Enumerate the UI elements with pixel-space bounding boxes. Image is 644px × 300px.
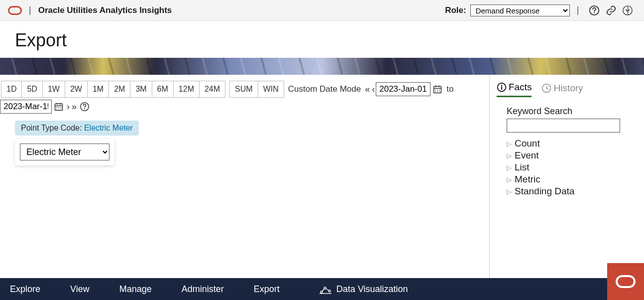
date-prev-fast-icon[interactable]: « xyxy=(364,84,371,95)
date-prev-icon[interactable]: ‹ xyxy=(371,84,376,95)
svg-point-13 xyxy=(439,91,440,92)
chevron-right-icon: ▷ xyxy=(507,188,512,195)
range-1w-button[interactable]: 1W xyxy=(42,81,65,98)
agg-win-button[interactable]: WIN xyxy=(258,81,284,98)
svg-point-8 xyxy=(435,90,436,91)
range-12m-button[interactable]: 12M xyxy=(173,81,200,98)
nav-manage[interactable]: Manage xyxy=(119,284,152,295)
svg-point-22 xyxy=(58,109,59,110)
separator: | xyxy=(577,5,579,15)
range-6m-button[interactable]: 6M xyxy=(152,81,174,98)
oracle-assistant-button[interactable] xyxy=(607,263,644,300)
range-1d-button[interactable]: 1D xyxy=(1,81,22,98)
separator: | xyxy=(29,5,31,15)
chevron-right-icon: ▷ xyxy=(507,140,512,148)
data-viz-icon xyxy=(320,284,331,294)
date-range-toolbar: 1D 5D 1W 2W 1M 2M 3M 6M 12M 24M SUM WIN … xyxy=(0,75,489,118)
bottom-nav: Explore View Manage Administer Export Da… xyxy=(0,278,644,300)
main-panel: 1D 5D 1W 2W 1M 2M 3M 6M 12M 24M SUM WIN … xyxy=(0,75,490,280)
calendar-from-icon[interactable] xyxy=(432,84,442,94)
filter-chip[interactable]: Point Type Code: Electric Meter xyxy=(15,121,139,136)
date-help-icon[interactable] xyxy=(80,102,90,112)
chevron-right-icon: ▷ xyxy=(507,176,512,183)
date-next-fast-icon[interactable]: » xyxy=(71,102,78,112)
role-select[interactable]: Demand Response xyxy=(470,4,570,16)
filter-dropdown-card: Electric Meter xyxy=(15,139,114,165)
svg-line-34 xyxy=(325,289,328,291)
tree-item-standing-data[interactable]: ▷Standing Data xyxy=(507,185,635,197)
filter-chip-value: Electric Meter xyxy=(84,124,133,132)
tab-facts[interactable]: Facts xyxy=(497,82,532,97)
date-from-input[interactable] xyxy=(376,82,430,96)
filter-chip-label: Point Type Code: xyxy=(21,124,82,132)
svg-rect-0 xyxy=(9,6,21,14)
tree-item-list[interactable]: ▷List xyxy=(507,161,635,173)
range-2w-button[interactable]: 2W xyxy=(65,81,88,98)
tab-history-label: History xyxy=(553,83,583,94)
tree-item-metric[interactable]: ▷Metric xyxy=(507,173,635,185)
app-title: Oracle Utilities Analytics Insights xyxy=(38,5,172,15)
range-3m-button[interactable]: 3M xyxy=(130,81,152,98)
svg-point-30 xyxy=(321,291,322,293)
calendar-to-icon[interactable] xyxy=(54,102,64,112)
oracle-logo-icon xyxy=(8,6,22,15)
svg-point-9 xyxy=(437,90,438,91)
range-2m-button[interactable]: 2M xyxy=(108,81,130,98)
nav-data-visualization[interactable]: Data Visualization xyxy=(320,284,408,295)
tab-facts-label: Facts xyxy=(509,82,532,93)
custom-date-label: Custom Date Mode xyxy=(288,84,361,94)
date-to-input[interactable] xyxy=(0,100,52,114)
chevron-down-icon[interactable] xyxy=(622,5,633,16)
point-type-select[interactable]: Electric Meter xyxy=(20,144,109,160)
svg-point-2 xyxy=(594,12,595,13)
role-label: Role: xyxy=(445,5,466,15)
range-24m-button[interactable]: 24M xyxy=(199,81,225,98)
svg-point-11 xyxy=(435,91,436,92)
keyword-search-label: Keyword Search xyxy=(507,106,635,117)
decorative-band xyxy=(0,58,644,75)
facts-tree: ▷Count ▷Event ▷List ▷Metric ▷Standing Da… xyxy=(507,138,635,197)
nav-explore[interactable]: Explore xyxy=(10,284,40,295)
tab-history[interactable]: History xyxy=(541,82,583,97)
oracle-logo-icon xyxy=(615,275,636,289)
svg-point-20 xyxy=(60,107,61,108)
nav-export[interactable]: Export xyxy=(254,284,280,295)
svg-point-23 xyxy=(60,109,61,110)
svg-point-21 xyxy=(56,109,57,110)
nav-dv-label: Data Visualization xyxy=(336,284,408,295)
tree-item-event[interactable]: ▷Event xyxy=(507,150,635,161)
keyword-search-input[interactable] xyxy=(507,119,620,133)
page-title-area: Export xyxy=(0,21,644,58)
nav-administer[interactable]: Administer xyxy=(182,284,224,295)
side-tabs: Facts History xyxy=(497,82,635,97)
top-header: | Oracle Utilities Analytics Insights Ro… xyxy=(0,0,644,21)
range-5d-button[interactable]: 5D xyxy=(21,81,42,98)
help-icon[interactable] xyxy=(589,5,600,16)
svg-point-10 xyxy=(439,90,440,91)
range-1m-button[interactable]: 1M xyxy=(87,81,109,98)
svg-point-3 xyxy=(623,5,632,14)
chevron-right-icon: ▷ xyxy=(507,152,512,159)
date-next-icon[interactable]: › xyxy=(66,102,71,112)
svg-rect-36 xyxy=(617,276,635,287)
svg-point-12 xyxy=(437,91,438,92)
svg-line-33 xyxy=(322,289,324,292)
link-icon[interactable] xyxy=(606,5,617,16)
page-title: Export xyxy=(15,30,629,51)
svg-point-19 xyxy=(58,107,59,108)
svg-point-25 xyxy=(84,108,85,109)
tree-item-count[interactable]: ▷Count xyxy=(507,138,635,150)
to-label: to xyxy=(446,84,453,94)
nav-view[interactable]: View xyxy=(70,284,90,295)
agg-sum-button[interactable]: SUM xyxy=(229,81,258,98)
side-panel: Facts History Keyword Search ▷Count ▷Eve… xyxy=(490,75,644,280)
svg-point-18 xyxy=(56,107,57,108)
chevron-right-icon: ▷ xyxy=(507,164,512,171)
